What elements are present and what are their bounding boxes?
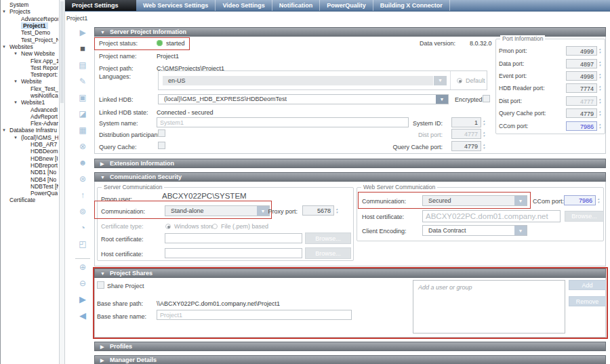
tree-item[interactable]: ▼ Test_Project_N [1,36,58,43]
root-certificate-input[interactable] [165,233,302,243]
export-report-icon[interactable]: ▤ [77,61,88,77]
distribution-participant-checkbox[interactable] [158,129,165,137]
remove-button[interactable]: Remove [569,296,606,306]
linked-hdb-dropdown[interactable]: (local)\GMS_HDB_EXPRESS\HDBDeomTest ▼ [158,94,449,104]
tree-item[interactable]: ▼ New Website [1,50,58,57]
tree-item[interactable]: ▼ Certificate [1,197,58,203]
expander-icon[interactable]: ▼ [14,136,21,140]
tree-item[interactable]: ▼ Database Infrastru [1,127,58,134]
port-spinner[interactable]: 7986 ▴▾ [566,121,603,131]
tree-item[interactable]: ▼ AdvanceRepor [1,16,58,22]
languages-dropdown-arrow-icon[interactable]: ▼ [434,76,447,85]
spinner-arrows-icon[interactable]: ▴▾ [334,205,340,216]
share-project-checkbox[interactable] [97,281,104,289]
forward-icon[interactable]: ▶ [77,296,88,312]
tree-item[interactable]: ▼ AdvReport [1,113,58,120]
proxy-port-input[interactable]: 5678 [302,205,334,216]
ccom-port-spinner[interactable]: 7986 ▴▾ [564,195,601,205]
spinner-arrows-icon[interactable]: ▴▾ [597,59,603,68]
spinner-arrows-icon[interactable]: ▴▾ [597,108,603,118]
expander-icon[interactable]: ▼ [14,100,21,104]
host-certificate-browse-button[interactable]: Browse... [305,247,351,259]
web-host-certificate-browse-button[interactable]: Browse... [565,211,604,222]
tree-item[interactable]: ▼ NDB4 [No [1,176,58,182]
language-item[interactable]: en-US [163,76,433,85]
system-id-spinner[interactable]: 1 ▴▾ [451,117,487,127]
back-icon[interactable]: ◀ [77,312,88,328]
port-spinner[interactable]: 4998 ▴▾ [566,71,603,81]
tree-item[interactable]: ▼ Test_Demo [1,29,58,36]
tab-web-services-settings[interactable]: Web Services Settings [136,0,216,11]
tree-item[interactable]: ▼ HDBDeom [1,148,58,155]
tree-item[interactable]: ▼ Projects [1,8,58,15]
port-input[interactable]: 4999 [566,46,597,56]
expander-icon[interactable]: ▼ [2,128,9,132]
query-cache-port-input[interactable]: 4779 [451,141,481,151]
system-name-input[interactable] [157,117,409,127]
tree-item[interactable]: ▼ Flex-Advar [1,120,58,127]
query-cache-port-spinner[interactable]: 4779 ▴▾ [451,141,487,151]
tree-item[interactable]: ▼ System [1,1,58,8]
spinner-arrows-icon[interactable]: ▴▾ [481,129,487,139]
start-project-icon[interactable]: ▶ [77,28,88,45]
expand-icon[interactable]: ▶ [100,342,104,351]
languages-listbox[interactable]: en-US ▼ Default [158,70,487,90]
tab-notification[interactable]: Notification [272,0,321,11]
tree-item[interactable]: ▼ wsiNotifica [1,92,58,99]
section-project-shares[interactable]: ▼ Project Shares [94,268,606,278]
base-share-name-input[interactable] [157,310,352,320]
windows-store-radio[interactable] [165,224,171,229]
spinner-arrows-icon[interactable]: ▴▾ [597,96,603,106]
section-manager-details[interactable]: ▶ Manager Details [94,355,606,364]
spinner-arrows-icon[interactable]: ▴▾ [481,141,487,151]
query-cache-checkbox[interactable] [158,142,165,149]
spinner-arrows-icon[interactable]: ▴▾ [481,117,487,127]
tree-item[interactable]: ▼ (local)\GMS_H [1,134,58,141]
collapse-icon[interactable]: ▼ [100,173,105,182]
dropdown-arrow-icon[interactable]: ▼ [436,95,448,104]
tab-video-settings[interactable]: Video Settings [216,0,272,11]
port-spinner[interactable]: 7774 ▴▾ [566,83,603,93]
tree-item[interactable]: ▼ Website [1,78,58,85]
tree-item[interactable]: ▼ Websites [1,43,58,50]
network-check-icon[interactable]: ⊛ [77,175,88,191]
expander-icon[interactable]: ▼ [2,9,9,14]
tree-item[interactable]: ▼ AdvancedI [1,106,58,113]
port-input[interactable]: 7986 [566,121,597,131]
edit-display-icon[interactable]: ▣ [77,94,88,110]
tree-item[interactable]: ▼ Website1 [1,99,58,106]
notification-icon[interactable]: ⊚ [77,207,88,224]
tree-item[interactable]: ▼ Test Repor [1,64,58,71]
spinner-arrows-icon[interactable]: ▴▾ [597,46,603,56]
server-communication-dropdown[interactable]: Stand-alone ▼ [165,205,270,216]
dropdown-arrow-icon[interactable]: ▼ [514,226,527,235]
close-icon[interactable]: ⊗ [77,142,88,159]
tab-project-settings[interactable]: Project Settings [65,0,136,11]
collapse-icon[interactable]: ▼ [100,269,105,278]
port-input[interactable]: 4777 [566,96,597,106]
dist-port-input[interactable]: 4777 [451,129,481,139]
user-settings-icon[interactable]: ☻ [77,159,88,175]
ccom-port-input[interactable]: 7986 [564,195,596,205]
port-spinner[interactable]: 4779 ▴▾ [566,108,603,118]
port-spinner[interactable]: 4777 ▴▾ [566,96,603,106]
root-certificate-browse-button[interactable]: Browse... [305,232,351,244]
tree-item[interactable]: ▼ HDBreport [1,162,58,169]
spinner-arrows-icon[interactable]: ▴▾ [597,83,603,93]
port-input[interactable]: 4779 [566,108,597,118]
edit-pencil-icon[interactable]: ✎ [77,77,88,94]
port-input[interactable]: 7774 [566,83,597,93]
port-input[interactable]: 4897 [566,59,597,68]
tab-building-x-connector[interactable]: Building X Connector [373,0,450,11]
port-input[interactable]: 4998 [566,71,597,81]
dropdown-arrow-icon[interactable]: ▼ [514,196,527,205]
tree-item[interactable]: ▼ HDB_AR7 [ [1,141,58,148]
web-host-certificate-input[interactable] [422,210,561,222]
tree-item[interactable]: ▼ Testreport: [1,71,58,78]
gauge-icon[interactable]: ◔ [77,224,88,240]
section-communication-security[interactable]: ▼ Communication Security [94,172,606,182]
default-language-radio[interactable] [457,78,462,83]
section-extension-information[interactable]: ▶ Extension Information [94,159,606,168]
tree-item[interactable]: ▼ NDBTest [N [1,183,58,190]
encrypted-checkbox[interactable] [483,95,490,102]
